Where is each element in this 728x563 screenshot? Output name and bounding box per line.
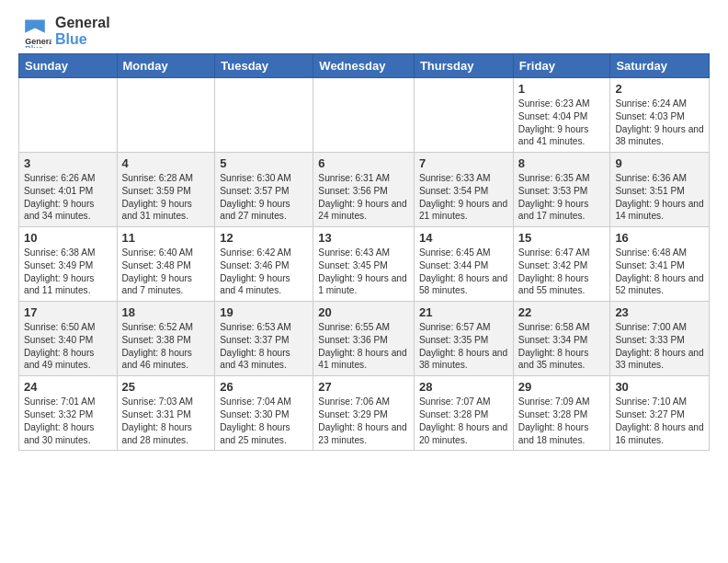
day-info: Sunrise: 6:42 AM Sunset: 3:46 PM Dayligh… — [220, 247, 308, 297]
day-number: 4 — [122, 156, 210, 170]
header: General Blue General Blue — [18, 15, 710, 48]
logo: General Blue General Blue — [18, 15, 110, 48]
calendar-cell: 29Sunrise: 7:09 AM Sunset: 3:28 PM Dayli… — [513, 376, 610, 451]
day-number: 28 — [419, 380, 508, 394]
calendar-cell: 21Sunrise: 6:57 AM Sunset: 3:35 PM Dayli… — [414, 302, 513, 376]
calendar-cell: 1Sunrise: 6:23 AM Sunset: 4:04 PM Daylig… — [513, 78, 610, 153]
calendar-cell: 6Sunrise: 6:31 AM Sunset: 3:56 PM Daylig… — [313, 153, 415, 227]
day-info: Sunrise: 6:31 AM Sunset: 3:56 PM Dayligh… — [318, 172, 409, 223]
calendar-week-row: 24Sunrise: 7:01 AM Sunset: 3:32 PM Dayli… — [19, 376, 710, 451]
day-info: Sunrise: 6:58 AM Sunset: 3:34 PM Dayligh… — [518, 321, 606, 372]
calendar-cell: 14Sunrise: 6:45 AM Sunset: 3:44 PM Dayli… — [414, 227, 513, 302]
day-info: Sunrise: 6:47 AM Sunset: 3:42 PM Dayligh… — [518, 247, 606, 297]
calendar-cell — [313, 78, 415, 153]
logo-text-line2: Blue — [55, 31, 110, 48]
day-info: Sunrise: 6:50 AM Sunset: 3:40 PM Dayligh… — [24, 321, 112, 372]
calendar-cell — [117, 78, 215, 153]
calendar-week-row: 10Sunrise: 6:38 AM Sunset: 3:49 PM Dayli… — [19, 227, 710, 302]
calendar-cell — [19, 78, 118, 153]
calendar-cell: 4Sunrise: 6:28 AM Sunset: 3:59 PM Daylig… — [117, 153, 215, 227]
calendar-cell — [215, 78, 313, 153]
day-info: Sunrise: 7:06 AM Sunset: 3:29 PM Dayligh… — [318, 396, 409, 446]
day-number: 5 — [220, 156, 308, 170]
day-info: Sunrise: 6:30 AM Sunset: 3:57 PM Dayligh… — [220, 172, 308, 223]
calendar-cell: 16Sunrise: 6:48 AM Sunset: 3:41 PM Dayli… — [610, 227, 710, 302]
day-number: 21 — [419, 305, 508, 319]
day-number: 9 — [615, 156, 704, 170]
day-number: 7 — [419, 156, 508, 170]
day-info: Sunrise: 6:26 AM Sunset: 4:01 PM Dayligh… — [24, 172, 112, 223]
calendar-week-row: 17Sunrise: 6:50 AM Sunset: 3:40 PM Dayli… — [19, 302, 710, 376]
calendar-cell: 9Sunrise: 6:36 AM Sunset: 3:51 PM Daylig… — [610, 153, 710, 227]
day-info: Sunrise: 6:28 AM Sunset: 3:59 PM Dayligh… — [122, 172, 210, 223]
calendar-cell: 12Sunrise: 6:42 AM Sunset: 3:46 PM Dayli… — [215, 227, 313, 302]
day-number: 23 — [615, 305, 704, 319]
calendar-cell: 2Sunrise: 6:24 AM Sunset: 4:03 PM Daylig… — [610, 78, 710, 153]
day-number: 19 — [220, 305, 308, 319]
day-number: 8 — [518, 156, 606, 170]
svg-text:Blue: Blue — [25, 44, 43, 48]
day-info: Sunrise: 7:07 AM Sunset: 3:28 PM Dayligh… — [419, 396, 508, 446]
day-number: 11 — [122, 231, 210, 245]
weekday-header: Wednesday — [313, 54, 415, 78]
day-number: 13 — [318, 231, 409, 245]
day-info: Sunrise: 7:03 AM Sunset: 3:31 PM Dayligh… — [122, 396, 210, 446]
calendar-header-row: SundayMondayTuesdayWednesdayThursdayFrid… — [19, 54, 710, 78]
day-info: Sunrise: 6:33 AM Sunset: 3:54 PM Dayligh… — [419, 172, 508, 223]
day-number: 20 — [318, 305, 409, 319]
day-info: Sunrise: 7:04 AM Sunset: 3:30 PM Dayligh… — [220, 396, 308, 446]
calendar-cell: 5Sunrise: 6:30 AM Sunset: 3:57 PM Daylig… — [215, 153, 313, 227]
day-number: 25 — [122, 380, 210, 394]
svg-marker-0 — [25, 19, 45, 32]
calendar-week-row: 1Sunrise: 6:23 AM Sunset: 4:04 PM Daylig… — [19, 78, 710, 153]
day-info: Sunrise: 6:23 AM Sunset: 4:04 PM Dayligh… — [518, 98, 606, 148]
calendar-cell: 23Sunrise: 7:00 AM Sunset: 3:33 PM Dayli… — [610, 302, 710, 376]
calendar-cell: 27Sunrise: 7:06 AM Sunset: 3:29 PM Dayli… — [313, 376, 415, 451]
day-number: 12 — [220, 231, 308, 245]
day-number: 1 — [518, 82, 606, 96]
day-info: Sunrise: 6:36 AM Sunset: 3:51 PM Dayligh… — [615, 172, 704, 223]
day-number: 18 — [122, 305, 210, 319]
day-info: Sunrise: 7:09 AM Sunset: 3:28 PM Dayligh… — [518, 396, 606, 446]
calendar: SundayMondayTuesdayWednesdayThursdayFrid… — [18, 53, 710, 451]
day-number: 22 — [518, 305, 606, 319]
day-info: Sunrise: 6:57 AM Sunset: 3:35 PM Dayligh… — [419, 321, 508, 372]
calendar-cell: 25Sunrise: 7:03 AM Sunset: 3:31 PM Dayli… — [117, 376, 215, 451]
page: General Blue General Blue SundayMondayTu… — [0, 0, 728, 465]
calendar-cell: 8Sunrise: 6:35 AM Sunset: 3:53 PM Daylig… — [513, 153, 610, 227]
day-number: 24 — [24, 380, 112, 394]
day-info: Sunrise: 6:53 AM Sunset: 3:37 PM Dayligh… — [220, 321, 308, 372]
day-info: Sunrise: 6:38 AM Sunset: 3:49 PM Dayligh… — [24, 247, 112, 297]
weekday-header: Thursday — [414, 54, 513, 78]
day-number: 29 — [518, 380, 606, 394]
day-number: 15 — [518, 231, 606, 245]
day-number: 27 — [318, 380, 409, 394]
day-number: 26 — [220, 380, 308, 394]
calendar-cell: 7Sunrise: 6:33 AM Sunset: 3:54 PM Daylig… — [414, 153, 513, 227]
day-number: 6 — [318, 156, 409, 170]
weekday-header: Saturday — [610, 54, 710, 78]
calendar-cell: 3Sunrise: 6:26 AM Sunset: 4:01 PM Daylig… — [19, 153, 118, 227]
day-info: Sunrise: 7:10 AM Sunset: 3:27 PM Dayligh… — [615, 396, 704, 446]
day-info: Sunrise: 7:01 AM Sunset: 3:32 PM Dayligh… — [24, 396, 112, 446]
calendar-cell: 10Sunrise: 6:38 AM Sunset: 3:49 PM Dayli… — [19, 227, 118, 302]
weekday-header: Monday — [117, 54, 215, 78]
calendar-cell: 30Sunrise: 7:10 AM Sunset: 3:27 PM Dayli… — [610, 376, 710, 451]
calendar-cell: 15Sunrise: 6:47 AM Sunset: 3:42 PM Dayli… — [513, 227, 610, 302]
calendar-cell — [414, 78, 513, 153]
calendar-cell: 17Sunrise: 6:50 AM Sunset: 3:40 PM Dayli… — [19, 302, 118, 376]
day-number: 17 — [24, 305, 112, 319]
calendar-cell: 13Sunrise: 6:43 AM Sunset: 3:45 PM Dayli… — [313, 227, 415, 302]
calendar-week-row: 3Sunrise: 6:26 AM Sunset: 4:01 PM Daylig… — [19, 153, 710, 227]
day-number: 14 — [419, 231, 508, 245]
day-number: 10 — [24, 231, 112, 245]
day-info: Sunrise: 6:40 AM Sunset: 3:48 PM Dayligh… — [122, 247, 210, 297]
calendar-cell: 22Sunrise: 6:58 AM Sunset: 3:34 PM Dayli… — [513, 302, 610, 376]
day-info: Sunrise: 7:00 AM Sunset: 3:33 PM Dayligh… — [615, 321, 704, 372]
weekday-header: Tuesday — [215, 54, 313, 78]
weekday-header: Friday — [513, 54, 610, 78]
day-info: Sunrise: 6:24 AM Sunset: 4:03 PM Dayligh… — [615, 98, 704, 148]
day-number: 16 — [615, 231, 704, 245]
calendar-cell: 24Sunrise: 7:01 AM Sunset: 3:32 PM Dayli… — [19, 376, 118, 451]
calendar-cell: 11Sunrise: 6:40 AM Sunset: 3:48 PM Dayli… — [117, 227, 215, 302]
